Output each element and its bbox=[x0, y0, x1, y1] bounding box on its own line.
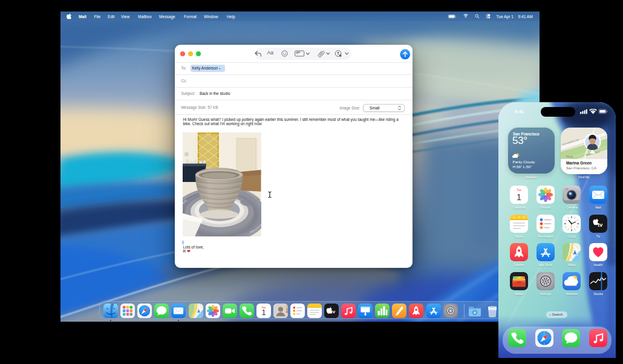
svg-text:1: 1 bbox=[261, 308, 266, 317]
svg-text:tv: tv bbox=[598, 222, 602, 228]
svg-text:San Francisco, CA: San Francisco, CA bbox=[566, 166, 596, 170]
svg-text:Marina Green: Marina Green bbox=[566, 160, 592, 164]
svg-text:Now: Now bbox=[566, 155, 573, 158]
svg-text:1: 1 bbox=[517, 192, 521, 202]
svg-text:tv: tv bbox=[331, 309, 336, 314]
